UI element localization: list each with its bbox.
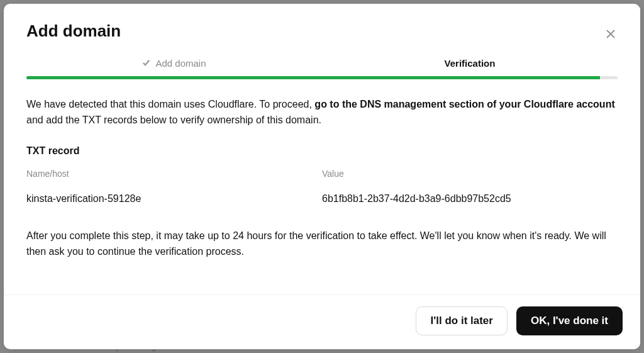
name-host-label: Name/host [26, 167, 322, 181]
close-button[interactable] [604, 26, 618, 43]
intro-text: We have detected that this domain uses C… [26, 97, 618, 128]
value-label: Value [322, 167, 618, 181]
intro-pre: We have detected that this domain uses C… [26, 99, 314, 109]
step-label: Verification [445, 58, 496, 69]
step-verification: Verification [322, 52, 618, 76]
name-host-value: kinsta-verification-59128e [26, 191, 322, 207]
check-icon [142, 58, 150, 69]
modal-footer: I'll do it later OK, I've done it [4, 294, 640, 349]
intro-bold: go to the DNS management section of your… [314, 99, 614, 109]
done-button[interactable]: OK, I've done it [516, 306, 623, 335]
record-values-row: kinsta-verification-59128e 6b1fb8b1-2b37… [26, 191, 618, 207]
after-text: After you complete this step, it may tak… [26, 228, 618, 260]
add-domain-modal: Add domain Add domain Verification We ha… [4, 4, 640, 349]
txt-record-heading: TXT record [26, 143, 618, 159]
intro-post: and add the TXT records below to verify … [26, 115, 321, 125]
modal-title: Add domain [26, 21, 121, 41]
step-add-domain: Add domain [26, 52, 322, 76]
value-value: 6b1fb8b1-2b37-4d2d-b3a9-6dbb97b52cd5 [322, 191, 618, 207]
step-label: Add domain [155, 58, 206, 69]
modal-content: We have detected that this domain uses C… [4, 79, 640, 294]
record-labels-row: Name/host Value [26, 167, 618, 188]
close-icon [606, 28, 615, 41]
step-indicator: Add domain Verification [4, 52, 640, 76]
modal-header: Add domain [4, 4, 640, 52]
later-button[interactable]: I'll do it later [416, 306, 507, 335]
